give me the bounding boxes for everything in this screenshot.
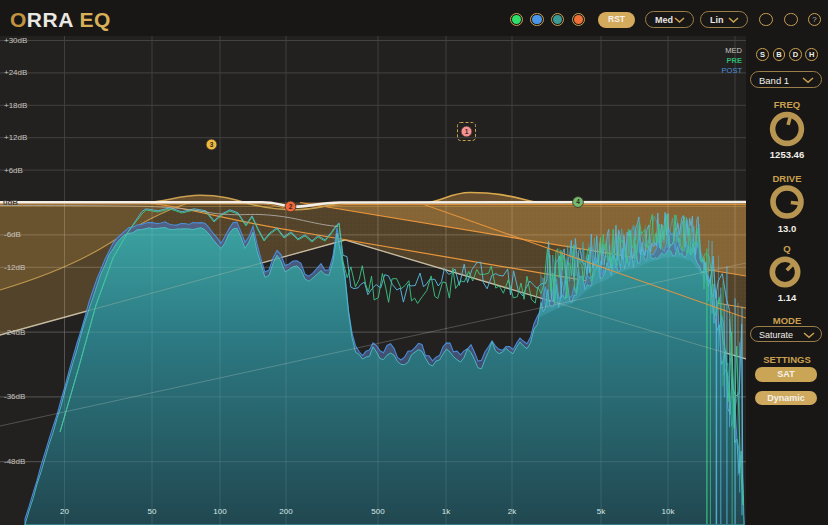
svg-text:+18dB: +18dB [4,101,27,110]
svg-text:100: 100 [213,507,227,516]
svg-text:20: 20 [60,507,69,516]
svg-text:-24dB: -24dB [4,328,25,337]
svg-text:2k: 2k [508,507,517,516]
svg-text:+30dB: +30dB [4,36,27,45]
svg-text:1k: 1k [442,507,451,516]
svg-text:-36dB: -36dB [4,392,25,401]
svg-text:2: 2 [289,203,293,210]
svg-text:4: 4 [576,198,580,205]
svg-text:+24dB: +24dB [4,68,27,77]
svg-text:200: 200 [279,507,293,516]
svg-text:5k: 5k [597,507,606,516]
svg-text:10k: 10k [662,507,676,516]
svg-text:-6dB: -6dB [4,230,21,239]
svg-text:MED: MED [725,46,742,55]
svg-text:0dB: 0dB [3,198,18,207]
svg-text:500: 500 [371,507,385,516]
svg-text:1: 1 [465,128,469,135]
svg-text:POST: POST [722,66,743,75]
svg-text:50: 50 [148,507,157,516]
svg-text:-12dB: -12dB [4,263,25,272]
svg-text:PRE: PRE [727,56,742,65]
svg-text:-48dB: -48dB [4,457,25,466]
svg-text:3: 3 [210,141,214,148]
svg-text:+6dB: +6dB [4,166,23,175]
svg-text:+12dB: +12dB [4,133,27,142]
